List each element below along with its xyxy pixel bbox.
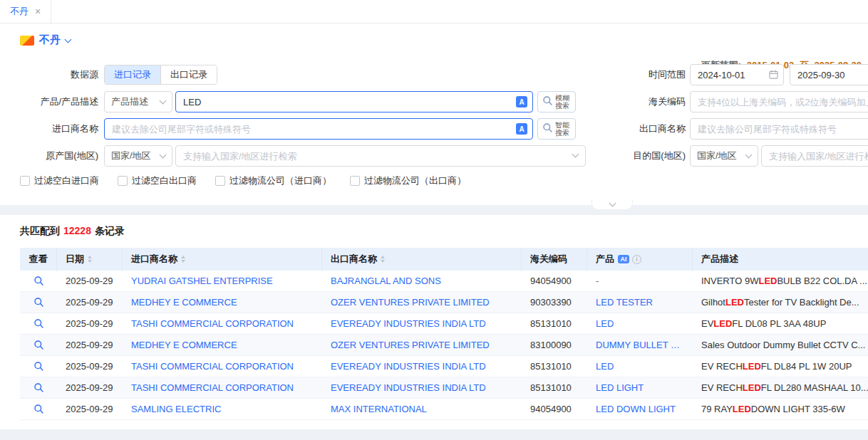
calendar-icon[interactable]	[769, 70, 778, 81]
translate-icon[interactable]: A	[516, 96, 527, 108]
view-magnifier-icon[interactable]	[33, 361, 44, 372]
date-end-input[interactable]	[790, 64, 868, 85]
header-exporter[interactable]: 出口商名称	[322, 248, 522, 271]
summary-suffix: 条记录	[95, 225, 125, 236]
checkbox-icon[interactable]	[20, 176, 30, 186]
chevron-down-icon	[160, 152, 167, 159]
smart-search-label: 智能搜索	[555, 121, 571, 137]
cell-view	[20, 377, 57, 398]
product-input[interactable]	[175, 91, 533, 112]
product-link[interactable]: DUMMY BULLET CCTV...	[596, 340, 684, 350]
smart-search-button[interactable]: 智能搜索	[537, 118, 576, 140]
destination-label: 目的国(地区)	[586, 150, 686, 162]
exporter-link[interactable]: BAJRANGLAL AND SONS	[331, 276, 441, 286]
checkbox-filter-blank-importer[interactable]: 过滤空白进口商	[20, 174, 99, 187]
sort-icon[interactable]	[88, 256, 92, 263]
collapse-panel-button[interactable]	[591, 199, 633, 210]
checkbox-filter-logistics-importer[interactable]: 过滤物流公司（进口商）	[215, 174, 331, 187]
importer-link[interactable]: MEDHEY E COMMERCE	[131, 340, 237, 350]
export-records-toggle[interactable]: 出口记录	[160, 66, 217, 84]
datasource-toggle: 进口记录 出口记录	[104, 65, 217, 85]
cell-date: 2025-09-29	[57, 377, 123, 398]
importer-link[interactable]: TASHI COMMERCIAL CORPORATION	[131, 382, 294, 393]
product-link[interactable]: -	[596, 276, 599, 286]
view-magnifier-icon[interactable]	[33, 276, 44, 286]
cell-date: 2025-09-29	[57, 271, 123, 291]
exporter-link[interactable]: OZER VENTURES PRIVATE LIMITED	[331, 340, 490, 350]
table-row: 2025-09-29 TASHI COMMERCIAL CORPORATION …	[20, 377, 868, 399]
import-records-toggle[interactable]: 进口记录	[105, 66, 160, 84]
chevron-down-icon	[745, 152, 753, 159]
origin-type-select[interactable]: 国家/地区	[104, 145, 172, 167]
sort-icon[interactable]	[181, 256, 185, 263]
product-link[interactable]: LED	[596, 361, 614, 372]
product-link[interactable]: LED LIGHT	[596, 382, 644, 393]
checkbox-filter-blank-exporter[interactable]: 过滤空白出口商	[118, 174, 197, 187]
hs-code-input[interactable]	[690, 91, 868, 112]
view-magnifier-icon[interactable]	[33, 382, 44, 393]
country-header[interactable]: 不丹	[20, 33, 868, 47]
ai-badge: AI	[618, 255, 629, 263]
cell-hs-code: 85131010	[522, 313, 587, 334]
header-importer[interactable]: 进口商名称	[123, 248, 322, 271]
close-icon[interactable]: ×	[35, 6, 41, 16]
importer-link[interactable]: SAMLING ELECTRIC	[131, 404, 221, 414]
destination-type-select[interactable]: 国家/地区	[690, 145, 758, 167]
cell-hs-code: 94054900	[522, 399, 587, 419]
info-icon[interactable]: i	[632, 255, 641, 264]
sort-icon[interactable]	[381, 256, 385, 263]
importer-link[interactable]: MEDHEY E COMMERCE	[131, 297, 237, 308]
country-name: 不丹	[39, 33, 61, 47]
product-type-select[interactable]: 产品描述	[104, 91, 172, 112]
cell-view	[20, 335, 57, 355]
checkbox-filter-logistics-exporter[interactable]: 过滤物流公司（出口商）	[350, 174, 466, 187]
cell-hs-code: 90303390	[522, 292, 587, 313]
importer-link[interactable]: TASHI COMMERCIAL CORPORATION	[131, 361, 294, 372]
header-hs-code: 海关编码	[522, 248, 587, 271]
cell-date: 2025-09-29	[57, 292, 123, 313]
exporter-link[interactable]: MAX INTERNATIONAL	[331, 404, 427, 414]
table-row: 2025-09-29 MEDHEY E COMMERCE OZER VENTUR…	[20, 335, 868, 356]
cell-view	[20, 399, 57, 419]
product-link[interactable]: LED TESTER	[596, 297, 653, 308]
view-magnifier-icon[interactable]	[33, 404, 44, 414]
cell-date: 2025-09-29	[57, 399, 123, 419]
country-flag-icon	[20, 36, 34, 46]
exporter-input[interactable]	[690, 118, 868, 140]
highlighted-keyword: LED	[733, 404, 751, 414]
cell-hs-code: 85131010	[522, 356, 587, 377]
destination-input[interactable]	[761, 145, 868, 167]
tab-bhutan[interactable]: 不丹 ×	[0, 0, 51, 23]
cell-description: EV RECH LED FL DL84 PL 1W 20UP	[693, 356, 868, 377]
table-row: 2025-09-29 TASHI COMMERCIAL CORPORATION …	[20, 313, 868, 335]
product-link[interactable]: LED DOWN LIGHT	[596, 404, 676, 414]
origin-input[interactable]	[175, 145, 586, 167]
table-header: 查看 日期 进口商名称 出口商名称 海关编码 产品 AI i 产品描述	[20, 248, 868, 271]
cell-view	[20, 313, 57, 334]
time-range-label: 时间范围	[586, 68, 686, 81]
checkbox-icon[interactable]	[350, 176, 360, 186]
chevron-down-icon[interactable]	[65, 36, 72, 43]
importer-link[interactable]: TASHI COMMERCIAL CORPORATION	[131, 318, 294, 329]
translate-icon[interactable]: A	[516, 123, 527, 135]
results-count: 12228	[63, 225, 91, 236]
checkbox-icon[interactable]	[215, 176, 225, 186]
cell-description: Gilhot LED Tester for TV Backlight De...	[693, 292, 868, 313]
importer-link[interactable]: YUDRAI GATSHEL ENTERPRISE	[131, 276, 273, 286]
exporter-link[interactable]: OZER VENTURES PRIVATE LIMITED	[331, 297, 490, 308]
cell-description: EV RECH LED FL DL280 MASHAAL 10...	[693, 377, 868, 398]
header-date[interactable]: 日期	[57, 248, 123, 271]
checkbox-icon[interactable]	[118, 176, 128, 186]
exporter-link[interactable]: EVEREADY INDUSTRIES INDIA LTD	[331, 361, 486, 372]
exporter-link[interactable]: EVEREADY INDUSTRIES INDIA LTD	[331, 318, 486, 329]
exporter-link[interactable]: EVEREADY INDUSTRIES INDIA LTD	[331, 382, 486, 393]
cell-view	[20, 271, 57, 291]
exporter-input-wrap	[690, 118, 868, 140]
fuzzy-search-button[interactable]: 模糊搜索	[537, 91, 576, 112]
view-magnifier-icon[interactable]	[33, 318, 44, 329]
product-link[interactable]: LED	[596, 318, 614, 329]
view-magnifier-icon[interactable]	[33, 340, 44, 350]
tab-title: 不丹	[10, 5, 29, 18]
view-magnifier-icon[interactable]	[33, 297, 44, 308]
importer-input[interactable]	[104, 118, 533, 140]
